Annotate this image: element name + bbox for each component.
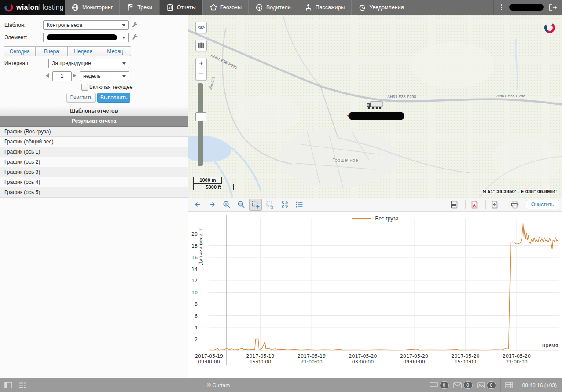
svg-text:2017-05-2003:00:00: 2017-05-2003:00:00 — [349, 353, 377, 365]
chevron-down-icon — [122, 24, 125, 28]
chart-zoom-in-button[interactable] — [220, 199, 233, 211]
nav-item-label: Отчеты — [177, 4, 196, 11]
element-select[interactable] — [43, 33, 129, 42]
apps-table-button[interactable] — [505, 382, 513, 388]
map-scale: 1000 m 5000 ft — [193, 177, 234, 190]
report-result-item[interactable]: График (Вес груза) — [0, 127, 188, 137]
passenger-icon — [305, 4, 312, 11]
wialon-logo-icon — [4, 3, 14, 12]
clear-button[interactable]: Очистить — [66, 93, 96, 103]
nav-item-reports-clipboard[interactable]: Отчеты — [159, 0, 203, 15]
map-source-button[interactable] — [195, 40, 207, 51]
chart-back-button[interactable] — [191, 199, 204, 211]
counter-badge: 0 — [440, 381, 449, 389]
report-result-item[interactable]: График (ось 5) — [0, 187, 188, 198]
nav-item-geofence[interactable]: Геозоны — [203, 0, 249, 15]
zoom-slider-handle[interactable] — [195, 112, 206, 121]
template-settings-wrench-icon[interactable] — [131, 21, 138, 28]
bottom-grid-button[interactable] — [18, 382, 26, 388]
svg-text:x: x — [271, 205, 273, 209]
export-file-button[interactable] — [489, 199, 501, 211]
quick-range-2[interactable]: Вчера — [36, 46, 67, 56]
svg-text:14: 14 — [191, 267, 198, 272]
include-current-checkbox[interactable] — [81, 84, 88, 91]
interval-count-input[interactable] — [52, 71, 72, 81]
report-result-item[interactable]: График (ось 1) — [0, 147, 188, 157]
increment-arrow[interactable] — [73, 73, 76, 78]
chart-box-zoom-button[interactable] — [249, 199, 262, 211]
driver-messages-counter[interactable]: 0 — [430, 381, 449, 389]
nav-item-passenger[interactable]: Пассажиры — [298, 0, 352, 15]
chart-export-controls: A Очистить — [448, 199, 559, 211]
nav-item-globe[interactable]: Мониторинг — [65, 0, 120, 15]
nav-item-label: Уведомления — [369, 4, 404, 11]
counter-badge: 0 — [487, 381, 496, 389]
chevron-down-icon — [122, 62, 126, 66]
decrement-arrow[interactable] — [46, 73, 49, 78]
zoom-in-button[interactable]: + — [196, 58, 206, 69]
chart-clear-button[interactable]: Очистить — [526, 200, 559, 209]
nav-item-alarm-clock[interactable]: Уведомления — [352, 0, 411, 15]
chevron-down-icon — [122, 75, 126, 79]
interval-select[interactable]: За предыдущие — [48, 59, 129, 68]
report-result-item[interactable]: График (ось 4) — [0, 177, 188, 187]
svg-text:18: 18 — [191, 243, 198, 249]
chart-forward-button[interactable] — [206, 199, 218, 211]
chart-legend-toggle-button[interactable] — [293, 199, 305, 211]
svg-text:Время: Время — [542, 343, 558, 348]
monitor-icon — [430, 382, 438, 388]
sms-counter[interactable]: 0 — [453, 381, 473, 389]
toggle-panel-button[interactable] — [4, 382, 12, 388]
zoom-out-button[interactable]: − — [196, 69, 206, 80]
main-menu: МониторингТрекиОтчетыГеозоныВодителиПасс… — [65, 0, 411, 15]
execute-button[interactable]: Выполнить — [97, 93, 130, 103]
template-select[interactable]: Контроль веса — [43, 20, 129, 30]
svg-text:2017-05-1921:00:00: 2017-05-1921:00:00 — [298, 353, 326, 365]
more-menu-button[interactable] — [499, 3, 504, 12]
scale-metric: 1000 m — [193, 177, 222, 184]
svg-text:2017-05-2021:00:00: 2017-05-2021:00:00 — [503, 353, 531, 365]
interval-label: Интервал: — [4, 60, 29, 66]
quick-range-1[interactable]: Сегодня — [4, 46, 36, 56]
report-result-item[interactable]: График (ось 2) — [0, 157, 188, 167]
footer-left-controls — [0, 378, 31, 392]
zoom-slider-track[interactable] — [198, 83, 203, 166]
weight-chart[interactable]: 2017-05-1909:00:002017-05-1915:00:002017… — [188, 212, 562, 378]
element-settings-wrench-icon[interactable] — [131, 33, 138, 40]
nav-right-controls — [493, 0, 562, 15]
counter-badge: 0 — [463, 381, 473, 389]
chart-zoom-out-button[interactable] — [235, 199, 247, 211]
map-tiles: АН61-Е38-Р298 АН61-Е38-Р298 АН61-Е38-Р29… — [188, 15, 562, 198]
quick-range-3[interactable]: Неделя — [68, 46, 99, 56]
report-result-item[interactable]: График (общий вес) — [0, 137, 188, 147]
quick-range-buttons: СегодняВчераНеделяМесяц — [4, 46, 131, 56]
report-result-item[interactable]: График (ось 3) — [0, 167, 188, 177]
result-section-header[interactable]: Результат отчета — [0, 116, 188, 127]
map-canvas[interactable]: АН61-Е38-Р298 АН61-Е38-Р298 АН61-Е38-Р29… — [188, 15, 562, 198]
alarm-clock-icon — [358, 4, 366, 11]
interval-unit-value: недель — [83, 73, 101, 79]
export-pdf-button[interactable]: A — [468, 199, 481, 211]
wialon-map-logo — [544, 22, 556, 34]
svg-text:2: 2 — [195, 337, 198, 342]
templates-section-header[interactable]: Шаблоны отчетов — [0, 106, 188, 117]
app-logo[interactable]: wialonHosting — [0, 0, 65, 15]
report-table-button[interactable] — [448, 199, 461, 211]
media-counter[interactable]: 0 — [477, 381, 496, 389]
logout-icon[interactable] — [549, 4, 557, 11]
report-result-list: График (Вес груза)График (общий вес)Граф… — [0, 127, 188, 198]
nav-item-steering-wheel[interactable]: Водители — [249, 0, 298, 15]
chart-reset-zoom-button[interactable] — [278, 199, 291, 211]
print-button[interactable] — [509, 199, 522, 211]
quick-range-4[interactable]: Месяц — [99, 46, 131, 56]
interval-unit-select[interactable]: недель — [80, 71, 129, 81]
scale-imperial: 5000 ft — [193, 184, 234, 190]
user-name-redacted[interactable] — [509, 4, 544, 11]
server-time: 08:40:16 (+03) — [522, 382, 557, 388]
steering-wheel-icon — [255, 4, 263, 11]
visibility-eye-button[interactable] — [195, 22, 207, 33]
nav-item-track-flag[interactable]: Треки — [120, 0, 159, 15]
svg-text:2017-05-1909:00:00: 2017-05-1909:00:00 — [195, 353, 223, 365]
chart-zoom-x-button[interactable]: x — [264, 199, 276, 211]
brand-text: wialonHosting — [16, 4, 64, 11]
